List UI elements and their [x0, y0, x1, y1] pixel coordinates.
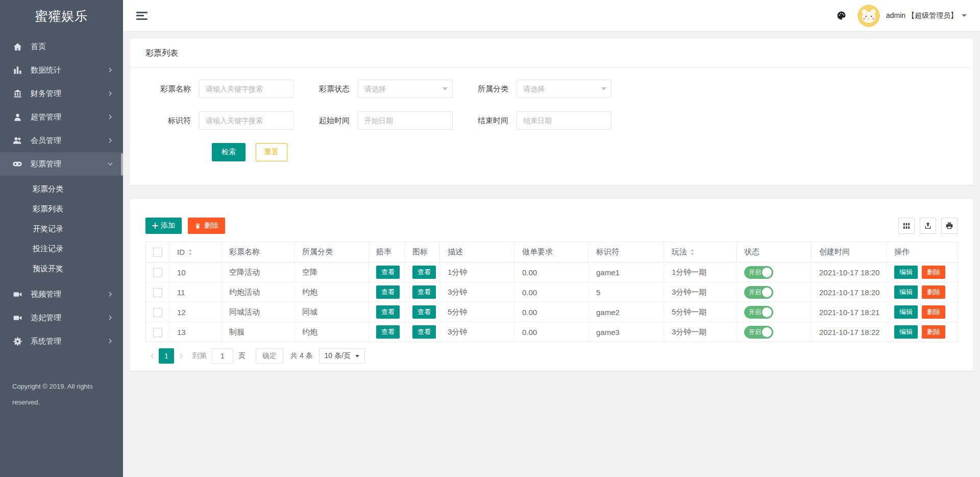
row-checkbox[interactable]	[153, 308, 162, 317]
row-delete-button[interactable]: 删除	[922, 325, 945, 339]
gear-icon	[12, 336, 22, 346]
lottery-status-label: 彩票状态	[317, 84, 350, 94]
view-icon-button[interactable]: 查看	[412, 285, 436, 299]
export-icon	[924, 222, 932, 230]
page-number-active[interactable]: 1	[159, 348, 174, 364]
page-title: 彩票列表	[130, 39, 973, 67]
row-checkbox[interactable]	[153, 328, 162, 337]
chevron-right-icon	[108, 114, 113, 120]
status-toggle[interactable]: 开启	[744, 306, 773, 319]
sort-icon[interactable]	[690, 249, 695, 256]
search-button[interactable]: 检索	[212, 143, 246, 161]
col-play: 玩法	[672, 247, 687, 257]
sidebar-item-label: 彩票管理	[31, 159, 108, 169]
view-odds-button[interactable]: 查看	[376, 266, 400, 279]
sidebar-item-lottery[interactable]: 彩票管理	[0, 152, 123, 176]
sidebar-subitem-lottery-category[interactable]: 彩票分类	[0, 179, 123, 199]
sidebar-scrollbar[interactable]	[121, 153, 123, 176]
view-odds-button[interactable]: 查看	[376, 285, 400, 299]
chevron-right-icon	[108, 67, 113, 73]
gamepad-icon	[12, 159, 22, 169]
export-button[interactable]	[920, 218, 936, 234]
lottery-status-select[interactable]	[358, 80, 453, 98]
avatar[interactable]	[857, 5, 880, 27]
toggle-knob-icon	[762, 327, 772, 337]
palette-icon[interactable]	[837, 11, 846, 20]
total-count: 共 4 条	[290, 351, 313, 361]
sidebar-subitem-bet-records[interactable]: 投注记录	[0, 238, 123, 258]
columns-icon	[902, 222, 911, 230]
sidebar-subitem-lottery-list[interactable]: 彩票列表	[0, 199, 123, 219]
table-row: 13 制服 约炮 查看 查看 3分钟 0.00 game3 3分钟一期 开启 2…	[146, 322, 958, 342]
view-odds-button[interactable]: 查看	[376, 305, 400, 319]
table-row: 12 同城活动 同城 查看 查看 5分钟 0.00 game2 5分钟一期 开启…	[146, 302, 958, 322]
user-menu[interactable]: admin 【超级管理员】	[886, 11, 967, 20]
chevron-right-icon	[108, 91, 113, 96]
sidebar-item-video[interactable]: 视频管理	[0, 282, 123, 306]
sidebar-item-concubine[interactable]: 选妃管理	[0, 306, 123, 329]
table-header-row: ID 彩票名称 所属分类 赔率 图标 描述 做单要求 标识符 玩法 状态 创建时…	[146, 242, 958, 263]
row-checkbox[interactable]	[153, 268, 162, 277]
end-date-input[interactable]	[517, 111, 611, 130]
table-toolbar: 添加 删除	[145, 218, 958, 234]
sidebar-item-label: 选妃管理	[31, 313, 108, 323]
sort-icon[interactable]	[188, 249, 192, 256]
sidebar-item-stats[interactable]: 数据统计	[0, 58, 123, 82]
identifier-input[interactable]	[199, 111, 294, 130]
table-row: 10 空降活动 空降 查看 查看 1分钟 0.00 game1 1分钟一期 开启…	[146, 263, 958, 282]
view-odds-button[interactable]: 查看	[376, 325, 400, 339]
lottery-name-input[interactable]	[199, 80, 294, 98]
status-toggle[interactable]: 开启	[744, 286, 773, 299]
status-toggle[interactable]: 开启	[744, 326, 773, 339]
sidebar-subitem-draw-records[interactable]: 开奖记录	[0, 219, 123, 238]
sidebar-item-system[interactable]: 系统管理	[0, 329, 123, 353]
edit-button[interactable]: 编辑	[894, 266, 918, 279]
start-date-input[interactable]	[358, 111, 453, 130]
edit-button[interactable]: 编辑	[894, 325, 918, 339]
lottery-table: ID 彩票名称 所属分类 赔率 图标 描述 做单要求 标识符 玩法 状态 创建时…	[145, 242, 958, 342]
menu-toggle-icon[interactable]	[136, 12, 148, 20]
copyright-text: Copyright © 2019. All rights reserved.	[12, 378, 111, 410]
pagination: 1 到第 页 确定 共 4 条 10 条/页	[145, 348, 958, 364]
sidebar-subitem-preset-draw[interactable]: 预设开奖	[0, 258, 123, 278]
print-button[interactable]	[941, 218, 958, 234]
row-delete-button[interactable]: 删除	[922, 266, 945, 279]
video-camera-icon	[12, 289, 22, 299]
sidebar-item-members[interactable]: 会员管理	[0, 129, 123, 152]
prev-page-icon[interactable]	[145, 348, 159, 364]
row-delete-button[interactable]: 删除	[922, 305, 945, 319]
col-icon: 图标	[405, 242, 440, 263]
delete-button[interactable]: 删除	[188, 218, 225, 234]
table-row: 11 约炮活动 约炮 查看 查看 3分钟 0.00 5 3分钟一期 开启 202…	[146, 282, 958, 302]
category-select[interactable]	[517, 80, 611, 98]
bank-icon	[12, 88, 22, 99]
row-checkbox[interactable]	[153, 288, 162, 297]
per-page-select[interactable]: 10 条/页	[319, 348, 365, 364]
row-delete-button[interactable]: 删除	[922, 285, 945, 299]
edit-button[interactable]: 编辑	[894, 285, 918, 299]
select-all-checkbox[interactable]	[153, 248, 162, 257]
goto-confirm-button[interactable]: 确定	[256, 348, 283, 364]
col-actions: 操作	[887, 242, 958, 263]
sidebar-item-finance[interactable]: 财务管理	[0, 82, 123, 105]
view-icon-button[interactable]: 查看	[412, 305, 436, 319]
page-unit-label: 页	[238, 351, 246, 361]
col-desc: 描述	[440, 242, 514, 263]
start-time-label: 起始时间	[317, 116, 350, 126]
edit-button[interactable]: 编辑	[894, 305, 918, 319]
user-name: admin 【超级管理员】	[886, 11, 958, 20]
goto-page-input[interactable]	[212, 348, 233, 364]
sidebar-item-superadmin[interactable]: 超管管理	[0, 105, 123, 129]
view-icon-button[interactable]: 查看	[412, 325, 436, 339]
main-content: 彩票列表 彩票名称 彩票状态 所属分类	[123, 32, 980, 378]
table-card: 添加 删除	[130, 199, 973, 371]
add-button[interactable]: 添加	[145, 218, 182, 234]
status-toggle[interactable]: 开启	[744, 266, 773, 279]
view-icon-button[interactable]: 查看	[412, 266, 436, 279]
col-created: 创建时间	[812, 242, 887, 263]
reset-button[interactable]: 重置	[256, 143, 287, 161]
sidebar-item-home[interactable]: 首页	[0, 35, 123, 58]
filter-columns-button[interactable]	[898, 218, 915, 234]
next-page-icon[interactable]	[174, 348, 187, 364]
sidebar-item-label: 超管管理	[31, 112, 108, 122]
